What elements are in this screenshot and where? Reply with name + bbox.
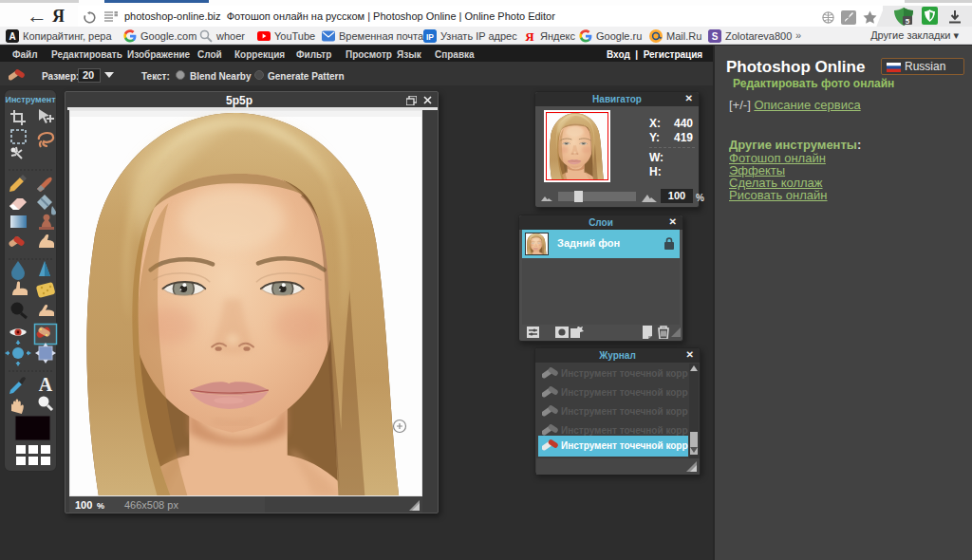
svg-text:5: 5 — [906, 17, 910, 26]
svg-text:IP: IP — [426, 32, 434, 42]
svg-text:A: A — [9, 31, 15, 42]
svg-text:S: S — [712, 31, 719, 42]
svg-text:Я: Я — [525, 29, 534, 43]
svg-text:A: A — [39, 374, 53, 395]
